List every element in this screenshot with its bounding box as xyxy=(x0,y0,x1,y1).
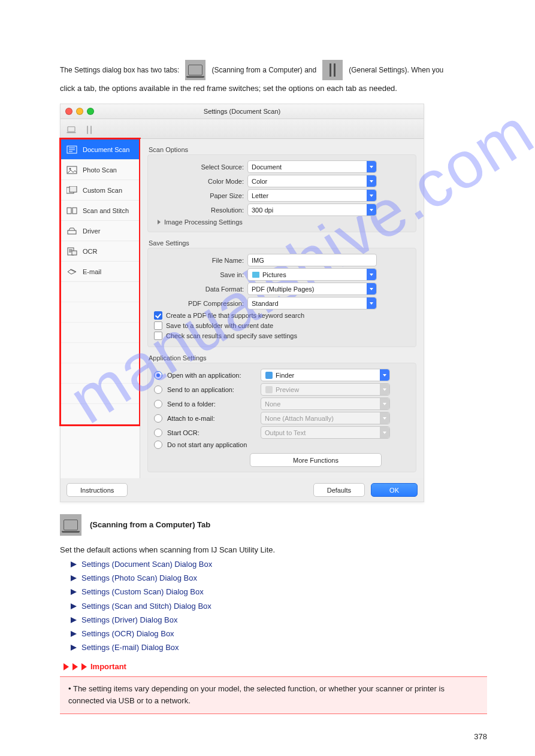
window-title: Settings (Document Scan) xyxy=(61,108,424,115)
link-custom-scan[interactable]: Settings (Custom Scan) Dialog Box xyxy=(60,586,487,598)
row-select-source: Select Source: Document xyxy=(154,160,410,173)
ok-button[interactable]: OK xyxy=(371,483,418,497)
file-name-input[interactable]: IMG xyxy=(247,254,377,266)
important-note: • The setting items vary depending on yo… xyxy=(60,676,487,714)
label-data-format: Data Format: xyxy=(154,286,244,293)
open-with-dropdown[interactable]: Finder xyxy=(261,369,390,381)
radio-start-ocr[interactable]: Start OCR: Output to Text xyxy=(154,426,410,439)
select-source-dropdown[interactable]: Document xyxy=(247,160,377,173)
link-scan-and-stitch[interactable]: Settings (Scan and Stitch) Dialog Box xyxy=(60,600,487,612)
radio-label: Start OCR: xyxy=(167,429,257,436)
radio-do-not-start[interactable]: Do not start any application xyxy=(154,441,410,449)
dialog-footer: Instructions Defaults OK xyxy=(61,478,424,502)
sidebar-item-ocr[interactable]: OCR xyxy=(61,241,139,262)
checkbox-label: Create a PDF file that supports keyword … xyxy=(166,312,304,319)
radio-icon[interactable] xyxy=(154,400,162,408)
data-format-dropdown[interactable]: PDF (Multiple Pages) xyxy=(247,283,377,295)
pdf-compression-dropdown[interactable]: Standard xyxy=(247,297,377,309)
radio-icon[interactable] xyxy=(154,414,162,423)
section-scan-options: Select Source: Document Color Mode: Colo… xyxy=(147,154,416,232)
label-resolution: Resolution: xyxy=(154,207,244,214)
tab-info-title: (Scanning from a Computer) Tab xyxy=(90,519,210,531)
radio-icon[interactable] xyxy=(154,385,162,394)
intro-line-2: click a tab, the options available in th… xyxy=(60,84,487,93)
section-app-settings: Open with an application: Finder Send to… xyxy=(147,363,416,472)
send-to-folder-dropdown: None xyxy=(261,397,390,410)
sidebar-item-email[interactable]: E-mail xyxy=(61,262,139,282)
color-mode-dropdown[interactable]: Color xyxy=(247,175,377,187)
sidebar-item-custom-scan[interactable]: Custom Scan xyxy=(61,180,139,201)
sidebar-item-scan-and-stitch[interactable]: Scan and Stitch xyxy=(61,201,139,221)
tab-scan-from-computer-icon[interactable] xyxy=(65,124,77,136)
radio-label: Send to an application: xyxy=(167,386,257,393)
sidebar-label: E-mail xyxy=(83,268,101,275)
link-email[interactable]: Settings (E-mail) Dialog Box xyxy=(60,642,487,654)
svg-rect-0 xyxy=(68,127,75,132)
link-text: Settings (Document Scan) Dialog Box xyxy=(81,558,212,570)
important-chevron-icon xyxy=(64,663,69,670)
tab-toolbar xyxy=(61,119,424,139)
custom-scan-icon xyxy=(66,186,78,195)
checkbox-icon[interactable] xyxy=(154,321,162,330)
link-document-scan[interactable]: Settings (Document Scan) Dialog Box xyxy=(60,558,487,570)
link-text: Settings (Driver) Dialog Box xyxy=(81,614,177,626)
checkbox-label: Save to a subfolder with current date xyxy=(166,322,273,329)
important-heading: Important xyxy=(64,661,487,673)
intro-text-3: (General Settings). When you xyxy=(349,66,443,74)
intro-paragraph: The Settings dialog box has two tabs: (S… xyxy=(60,60,487,80)
checkbox-icon[interactable] xyxy=(154,311,162,320)
close-icon[interactable] xyxy=(65,108,72,115)
svg-rect-10 xyxy=(72,208,77,214)
scan-stitch-icon xyxy=(66,206,78,215)
checkbox-icon[interactable] xyxy=(154,332,162,340)
instructions-button[interactable]: Instructions xyxy=(67,483,128,497)
sidebar-label: OCR xyxy=(83,248,97,255)
radio-icon[interactable] xyxy=(154,429,162,437)
image-processing-label: Image Processing Settings xyxy=(164,218,243,226)
link-text: Settings (Photo Scan) Dialog Box xyxy=(81,572,197,584)
settings-link-list: Settings (Document Scan) Dialog Box Sett… xyxy=(60,558,487,654)
label-file-name: File Name: xyxy=(154,257,244,264)
important-chevron-icon xyxy=(81,663,87,670)
window-controls[interactable] xyxy=(65,108,94,115)
svg-point-6 xyxy=(69,168,71,169)
label-color-mode: Color Mode: xyxy=(154,178,244,185)
defaults-button[interactable]: Defaults xyxy=(313,483,365,497)
radio-send-to-application[interactable]: Send to an application: Preview xyxy=(154,383,410,396)
tab-general-settings-icon[interactable] xyxy=(83,124,95,136)
radio-icon[interactable] xyxy=(154,371,162,379)
sidebar-item-photo-scan[interactable]: Photo Scan xyxy=(61,160,139,180)
link-ocr[interactable]: Settings (OCR) Dialog Box xyxy=(60,628,487,640)
zoom-icon[interactable] xyxy=(87,108,94,115)
minimize-icon[interactable] xyxy=(76,108,83,115)
save-in-dropdown[interactable]: Pictures xyxy=(247,268,377,281)
resolution-dropdown[interactable]: 300 dpi xyxy=(247,204,377,216)
send-to-app-dropdown: Preview xyxy=(261,383,390,396)
arrow-icon xyxy=(71,617,77,623)
radio-attach-to-email[interactable]: Attach to e-mail: None (Attach Manually) xyxy=(154,412,410,424)
driver-icon xyxy=(66,226,78,236)
radio-icon[interactable] xyxy=(154,441,162,449)
sidebar-highlight-frame: Document Scan Photo Scan Custom Scan Sca… xyxy=(59,138,141,426)
radio-label: Send to a folder: xyxy=(167,400,257,408)
important-text: The setting items vary depending on your… xyxy=(68,684,445,705)
sidebar-label: Photo Scan xyxy=(83,166,117,174)
arrow-icon xyxy=(71,575,77,581)
label-select-source: Select Source: xyxy=(154,163,244,171)
checkbox-keyword-search[interactable]: Create a PDF file that supports keyword … xyxy=(154,311,410,320)
radio-open-with-application[interactable]: Open with an application: Finder xyxy=(154,369,410,381)
section-app-settings-heading: Application Settings xyxy=(147,351,416,363)
photo-scan-icon xyxy=(66,165,78,175)
radio-send-to-folder[interactable]: Send to a folder: None xyxy=(154,397,410,410)
disclosure-image-processing[interactable]: Image Processing Settings xyxy=(158,218,410,226)
sidebar-item-driver[interactable]: Driver xyxy=(61,221,139,241)
checkbox-subfolder[interactable]: Save to a subfolder with current date xyxy=(154,321,410,330)
link-photo-scan[interactable]: Settings (Photo Scan) Dialog Box xyxy=(60,572,487,584)
sidebar-item-document-scan[interactable]: Document Scan xyxy=(61,139,139,160)
link-driver[interactable]: Settings (Driver) Dialog Box xyxy=(60,614,487,626)
checkbox-check-results[interactable]: Check scan results and specify save sett… xyxy=(154,332,410,340)
link-text: Settings (E-mail) Dialog Box xyxy=(81,642,179,654)
paper-size-dropdown[interactable]: Letter xyxy=(247,189,377,202)
document-scan-icon xyxy=(66,145,78,154)
more-functions-button[interactable]: More Functions xyxy=(250,453,382,467)
